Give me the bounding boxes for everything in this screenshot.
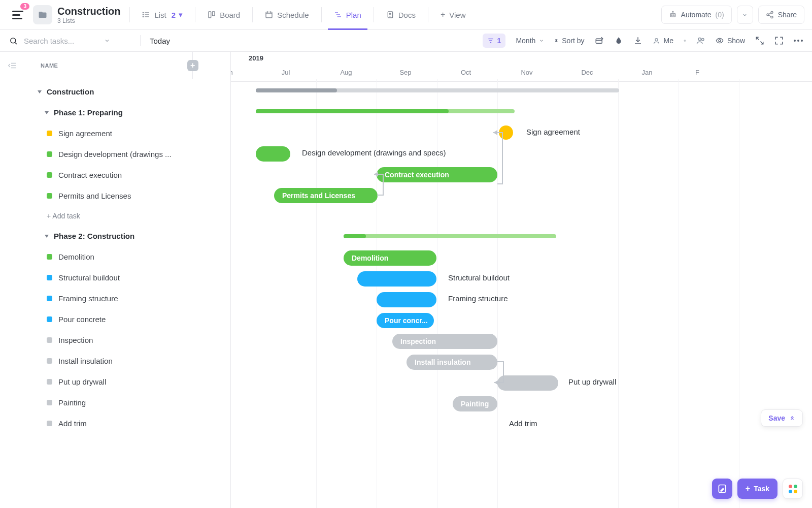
svg-point-29 (11, 38, 16, 43)
folder-icon (33, 5, 52, 24)
month-label: n (231, 69, 233, 76)
row-label: Construction (47, 87, 94, 96)
save-view-button[interactable]: Save (761, 409, 803, 427)
svg-line-30 (15, 42, 17, 44)
sidebar-toggle[interactable]: 3 (8, 5, 28, 25)
share-button[interactable]: Share (758, 6, 804, 24)
color-drop-icon[interactable] (614, 36, 623, 45)
svg-point-5 (143, 16, 144, 17)
zoom-select[interactable]: Month (516, 37, 544, 45)
svg-marker-46 (493, 130, 497, 135)
export-icon[interactable] (633, 36, 642, 45)
svg-point-25 (767, 14, 769, 16)
view-docs[interactable]: Docs (383, 0, 419, 29)
month-label: Aug (340, 69, 352, 76)
view-docs-label: Docs (398, 11, 416, 19)
milestone-sign[interactable] (499, 125, 513, 140)
task-phase2-1[interactable]: Structural buildout (0, 267, 230, 288)
person-icon (653, 37, 660, 45)
row-label: Contract execution (58, 171, 122, 179)
show-button[interactable]: Show (716, 37, 745, 45)
add-view[interactable]: + View (437, 0, 469, 29)
task-phase1-2[interactable]: Contract execution (0, 165, 230, 185)
today-button[interactable]: Today (150, 37, 170, 45)
plus-icon: + (746, 484, 750, 493)
month-label: Jul (282, 69, 290, 76)
row-label: Pour concrete (58, 315, 106, 324)
task-phase1-0[interactable]: Sign agreement (0, 123, 230, 144)
task-phase2-5[interactable]: Install insulation (0, 351, 230, 371)
robot-icon (669, 11, 677, 19)
task-phase2-8[interactable]: Add trim (0, 413, 230, 434)
task-phase2-6[interactable]: Put up drywall (0, 371, 230, 392)
apps-button[interactable] (783, 479, 803, 499)
collapse-icon[interactable] (755, 36, 764, 45)
assignees-icon[interactable] (696, 36, 705, 45)
reschedule-icon[interactable] (595, 36, 604, 45)
view-list[interactable]: List 2 ▾ (139, 0, 186, 29)
bar-framing[interactable] (377, 292, 436, 307)
svg-point-26 (771, 16, 773, 18)
bar-insulation[interactable]: Install insulation (407, 355, 497, 370)
svg-point-21 (673, 15, 674, 16)
automate-button[interactable]: Automate (0) (661, 6, 732, 24)
add-task-button[interactable]: + Add task (0, 206, 230, 226)
bar-painting[interactable]: Painting (453, 396, 497, 411)
row-label: Framing structure (58, 294, 118, 303)
status-square (47, 421, 52, 426)
add-column-button[interactable]: + (187, 60, 198, 71)
bar-structural[interactable] (357, 271, 436, 287)
divider (129, 7, 130, 22)
bar-label-addtrim: Add trim (509, 419, 537, 428)
bar-pour[interactable]: Pour concr... (377, 313, 434, 328)
svg-line-42 (761, 42, 763, 44)
task-phase1-1[interactable]: Design development (drawings ... (0, 144, 230, 165)
sort-button[interactable]: ▲▼ Sort by (554, 37, 584, 45)
group-construction[interactable]: Construction (0, 81, 230, 102)
task-phase2-4[interactable]: Inspection (0, 330, 230, 351)
group-phase1[interactable]: Phase 1: Preparing (0, 102, 230, 123)
bar-inspection[interactable]: Inspection (392, 334, 497, 349)
summary-bar-phase2[interactable] (344, 234, 556, 238)
task-phase1-3[interactable]: Permits and Licenses (0, 185, 230, 206)
note-icon (717, 484, 727, 494)
name-column-header: NAME (41, 62, 58, 69)
svg-point-20 (671, 15, 672, 16)
svg-point-39 (701, 39, 704, 41)
task-phase2-2[interactable]: Framing structure (0, 288, 230, 309)
view-plan[interactable]: Plan (331, 0, 364, 29)
automate-caret[interactable] (737, 6, 753, 24)
bar-permits[interactable]: Permits and Licenses (274, 188, 378, 203)
task-phase2-3[interactable]: Pour concrete (0, 309, 230, 330)
chevrons-up-icon (789, 415, 795, 421)
plus-icon: + (441, 10, 445, 19)
collapse-panel-icon[interactable] (8, 61, 17, 70)
row-label: Sign agreement (58, 129, 112, 138)
folder-title[interactable]: Construction (57, 6, 120, 17)
bar-label: Sign agreement (526, 128, 580, 136)
bar-design[interactable] (256, 146, 290, 162)
bar-demolition[interactable]: Demolition (344, 250, 436, 266)
row-label: Demolition (58, 252, 94, 261)
task-phase2-0[interactable]: Demolition (0, 246, 230, 267)
search-input[interactable] (23, 36, 99, 46)
view-board[interactable]: Board (205, 0, 243, 29)
bar-contract[interactable]: Contract execution (377, 167, 497, 182)
fullscreen-icon[interactable] (774, 36, 784, 45)
search-caret[interactable] (104, 38, 110, 44)
me-filter[interactable]: Me (653, 37, 673, 45)
notepad-button[interactable] (712, 479, 732, 499)
filter-chip[interactable]: 1 (483, 34, 506, 48)
more-menu[interactable] (794, 40, 803, 42)
svg-rect-6 (209, 12, 211, 18)
status-square (47, 337, 52, 343)
row-label: Inspection (58, 336, 93, 344)
status-square (47, 358, 52, 364)
task-phase2-7[interactable]: Painting (0, 392, 230, 413)
svg-line-27 (768, 13, 771, 14)
create-task-button[interactable]: + Task (737, 479, 777, 499)
view-schedule[interactable]: Schedule (262, 0, 312, 29)
bar-drywall[interactable] (497, 375, 558, 391)
group-phase2[interactable]: Phase 2: Construction (0, 226, 230, 246)
svg-point-37 (655, 38, 658, 41)
